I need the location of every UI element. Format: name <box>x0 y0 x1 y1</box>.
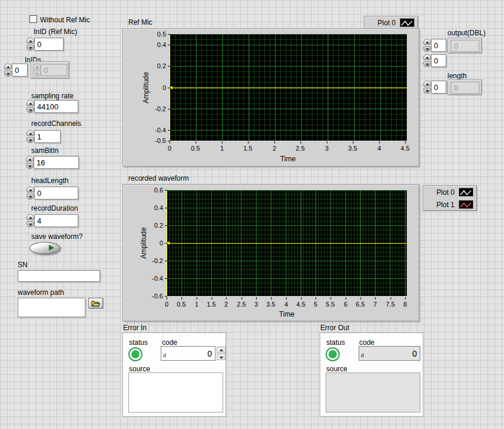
output-dbl-index1-spinner[interactable] <box>423 39 431 52</box>
x-tick: 3.5 <box>348 145 357 152</box>
error-in-code-label: code <box>162 338 177 347</box>
x-tick: 7 <box>373 301 377 308</box>
increment-icon[interactable] <box>4 64 12 69</box>
zigzag-line-icon <box>459 188 473 197</box>
increment-icon[interactable] <box>26 130 34 136</box>
x-tick: 1 <box>195 301 198 308</box>
code-value: 0 <box>412 349 417 358</box>
decrement-icon[interactable] <box>26 107 34 113</box>
decrement-icon[interactable] <box>26 221 34 227</box>
head-length-field[interactable]: 0 <box>34 187 78 199</box>
increment-icon[interactable] <box>26 214 34 220</box>
head-length-spinner[interactable] <box>26 187 34 199</box>
increment-icon[interactable] <box>26 187 34 192</box>
increment-icon[interactable] <box>26 100 34 106</box>
inid-spinner[interactable] <box>26 38 34 51</box>
led-green-icon <box>329 350 337 358</box>
record-channels-spinner[interactable] <box>26 130 34 143</box>
decrement-icon[interactable] <box>423 61 431 67</box>
decrement-icon[interactable] <box>26 45 34 51</box>
decrement-icon[interactable] <box>26 194 34 199</box>
decrement-icon[interactable] <box>423 88 431 94</box>
save-waveform-toggle-button[interactable] <box>29 242 60 254</box>
inids-index-field[interactable]: 0 <box>12 64 28 77</box>
error-out-source-box <box>326 373 420 413</box>
waveform-path-input[interactable] <box>18 298 85 317</box>
error-in-status-label: status <box>129 338 148 347</box>
output-dbl-index2-field[interactable]: 0 <box>431 54 446 67</box>
radix-indicator[interactable]: d <box>163 352 166 358</box>
y-tick: 0.2 <box>154 222 163 229</box>
decrement-icon[interactable] <box>26 137 34 143</box>
x-tick: 1.5 <box>243 145 252 152</box>
sampling-rate-label: sampling rate <box>31 92 74 100</box>
decrement-icon[interactable] <box>26 163 34 169</box>
x-tick: 7.5 <box>386 301 394 308</box>
ref-mic-legend[interactable]: Plot 0 <box>364 16 418 29</box>
decrement-icon[interactable] <box>423 46 431 52</box>
sn-input[interactable] <box>18 270 100 282</box>
record-channels-field[interactable]: 1 <box>34 130 61 143</box>
output-dbl-element-field: 0 <box>451 40 479 52</box>
increment-icon[interactable] <box>423 39 431 45</box>
increment-icon[interactable] <box>26 156 34 162</box>
legend-plot0-label: Plot 0 <box>436 188 455 197</box>
inid-field[interactable]: 0 <box>34 38 64 51</box>
decrement-icon <box>33 71 41 77</box>
increment-icon[interactable] <box>423 81 431 87</box>
recorded-waveform-graph[interactable]: 0.6 0.4 0.2 0 -0.2 -0.4 -0.6 0 0.5 1 1.5… <box>122 184 419 321</box>
plot0-zero-line <box>170 88 407 88</box>
error-in-source-box[interactable] <box>128 373 223 413</box>
save-waveform-label: save waveform? <box>31 232 82 241</box>
sam-bit-in-spinner[interactable] <box>26 156 34 169</box>
code-increment-button[interactable] <box>217 347 226 353</box>
output-dbl-label: output(DBL) <box>447 29 486 37</box>
decrement-icon[interactable] <box>4 71 12 77</box>
record-duration-field[interactable]: 4 <box>34 214 78 227</box>
output-dbl-index1-field[interactable]: 0 <box>431 39 446 52</box>
labview-front-panel: { "left": { "without_ref_mic": {"label":… <box>0 0 504 429</box>
x-tick: 0 <box>165 301 168 308</box>
error-out-source-label: source <box>326 365 347 373</box>
recorded-waveform-plot-area[interactable] <box>167 190 407 296</box>
error-out-code-field: d 0 <box>359 346 420 361</box>
y-axis-title: Amplitude <box>142 72 150 103</box>
y-tick: 0.4 <box>154 204 163 211</box>
legend-row[interactable]: Plot 0 <box>423 186 476 198</box>
recorded-waveform-legend[interactable]: Plot 0 Plot 1 <box>423 185 477 211</box>
record-duration-spinner[interactable] <box>26 214 34 227</box>
length-index-spinner[interactable] <box>423 81 431 94</box>
legend-row[interactable]: Plot 0 <box>364 16 417 29</box>
waveform-path-label: waveform path <box>18 288 64 297</box>
folder-open-icon <box>91 300 100 307</box>
inids-index-spinner[interactable] <box>4 64 12 77</box>
y-tick: -0.4 <box>152 275 163 282</box>
sam-bit-in-field[interactable]: 16 <box>34 156 79 169</box>
increment-icon <box>33 64 41 69</box>
sampling-rate-field[interactable]: 44100 <box>34 100 78 113</box>
ref-mic-graph[interactable]: 0.5 0.4 0.2 0 -0.2 -0.4 -0.5 0 0.5 1 1.5… <box>122 28 419 167</box>
legend-row[interactable]: Plot 1 <box>423 198 476 211</box>
code-decrement-button[interactable] <box>217 354 226 360</box>
length-index-field[interactable]: 0 <box>431 81 446 94</box>
radix-indicator: d <box>361 352 364 358</box>
error-out-status-label: status <box>326 338 345 347</box>
without-ref-mic-label: Without Ref Mic <box>40 16 90 24</box>
ref-mic-plot-area[interactable] <box>170 34 407 141</box>
increment-icon[interactable] <box>423 54 431 60</box>
x-tick: 2 <box>273 145 276 152</box>
without-ref-mic-checkbox[interactable] <box>29 15 37 23</box>
increment-icon[interactable] <box>26 38 34 44</box>
y-tick: -0.2 <box>152 257 163 264</box>
error-in-code-field[interactable]: d 0 <box>161 346 215 361</box>
error-in-status-led[interactable] <box>128 347 142 361</box>
output-dbl-index2-spinner[interactable] <box>423 54 431 67</box>
x-tick: 2 <box>224 301 228 308</box>
browse-path-button[interactable] <box>88 298 103 308</box>
code-value: 0 <box>207 349 212 358</box>
sampling-rate-spinner[interactable] <box>26 100 34 113</box>
y-tick: 0.6 <box>154 187 163 194</box>
error-in-cluster: status code d 0 source <box>122 332 226 417</box>
inids-element-field: 0 <box>41 64 67 76</box>
inids-element-spinner <box>33 64 41 77</box>
